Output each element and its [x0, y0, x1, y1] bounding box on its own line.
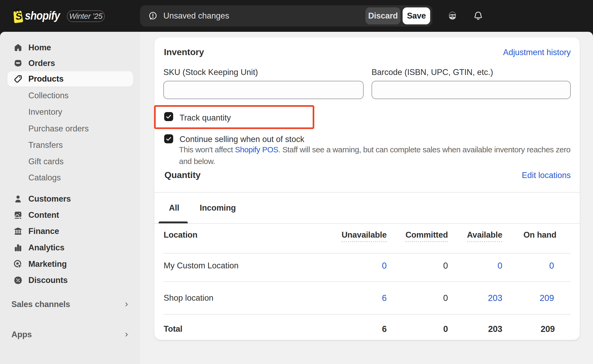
- svg-text:S: S: [15, 10, 23, 22]
